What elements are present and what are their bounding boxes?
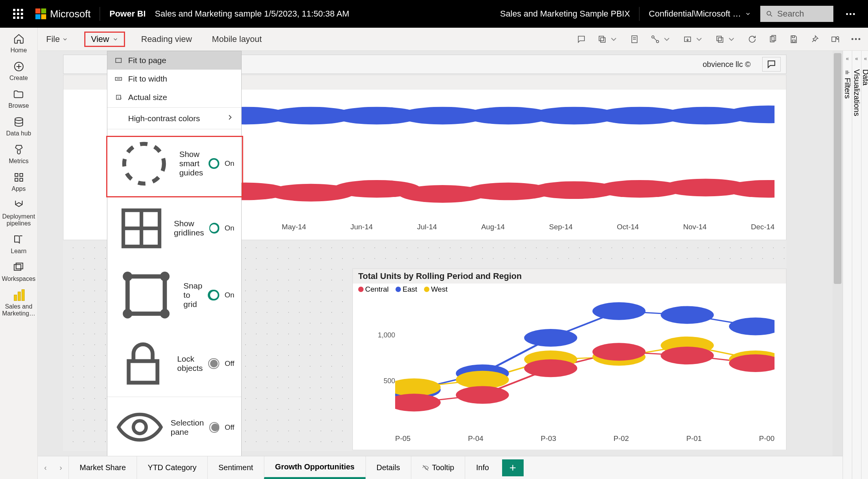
menu-reading-view[interactable]: Reading view (137, 32, 196, 47)
toggle-switch[interactable] (209, 158, 219, 169)
tab-tooltip[interactable]: Tooltip (411, 456, 465, 479)
ribbon-share-icon[interactable] (715, 35, 736, 44)
pane-visualizations[interactable]: « Visualizations (852, 51, 861, 479)
toggle-gridlines[interactable]: Show gridlines On (107, 197, 241, 259)
more-icon[interactable] (843, 13, 858, 15)
toggle-smart-guides[interactable]: Show smart guides On (107, 130, 241, 197)
svg-point-78 (125, 311, 130, 316)
nav-current-report[interactable]: Sales and Marketing… (0, 289, 37, 317)
nav-workspaces[interactable]: Workspaces (2, 262, 36, 282)
svg-rect-8 (15, 179, 18, 182)
svg-rect-10 (14, 265, 21, 270)
svg-point-76 (125, 274, 130, 279)
chart1-x-axis: Mar-14Apr-14May-14Jun-14Jul-14Aug-14Sep-… (148, 223, 775, 231)
expand-icon[interactable]: « (864, 55, 867, 62)
app-launcher-icon[interactable] (10, 6, 26, 22)
comment-button[interactable] (762, 57, 781, 72)
chevron-down-icon (112, 36, 119, 42)
microsoft-logo-icon (35, 8, 46, 19)
svg-rect-22 (770, 37, 774, 42)
sensitivity-dropdown[interactable]: Confidential\Microsoft … (649, 9, 751, 19)
nav-metrics[interactable]: Metrics (9, 144, 29, 165)
view-dropdown: Fit to page Fit to width 1:1 Actual size… (107, 51, 242, 456)
ribbon-comment-icon[interactable] (577, 35, 586, 44)
ribbon-lineage-icon[interactable] (651, 35, 671, 44)
tab-sentiment[interactable]: Sentiment (207, 456, 264, 479)
expand-icon[interactable]: « (846, 55, 849, 62)
tab-growth-opportunities[interactable]: Growth Opportunities (264, 456, 366, 479)
ribbon-copy-icon[interactable] (768, 35, 778, 44)
nav-pipelines[interactable]: Deployment pipelines (0, 199, 37, 227)
menu-high-contrast[interactable]: High-contrast colors (107, 108, 241, 128)
chart2-x-axis: P-05P-04P-03P-02P-01P-00 (395, 434, 775, 443)
tab-add[interactable]: + (502, 459, 524, 476)
ribbon-more-icon[interactable] (851, 38, 860, 40)
ribbon-file-icon[interactable] (630, 35, 639, 44)
svg-rect-12 (599, 36, 604, 41)
toggle-selection-pane[interactable]: Selection pane Off (107, 398, 241, 456)
chevron-down-icon (745, 11, 751, 17)
tab-next[interactable]: › (53, 463, 68, 472)
menu-mobile-layout[interactable]: Mobile layout (208, 32, 266, 47)
menu-fit-to-page[interactable]: Fit to page (107, 51, 241, 70)
breadcrumb-file[interactable]: Sales and Marketing Sample PBIX (500, 9, 630, 19)
svg-rect-21 (718, 38, 723, 42)
toggle-switch[interactable] (209, 422, 219, 433)
chart-total-units[interactable]: Total Units by Rolling Period and Region… (352, 269, 786, 450)
vertical-scrollbar[interactable] (833, 51, 843, 456)
menu-file[interactable]: File (42, 32, 72, 47)
menu-actual-size[interactable]: 1:1 Actual size (107, 88, 241, 107)
scrollbar-thumb[interactable] (834, 53, 841, 284)
svg-rect-6 (15, 174, 18, 177)
svg-point-51 (593, 302, 646, 320)
svg-point-60 (395, 394, 441, 411)
tab-ytd-category[interactable]: YTD Category (137, 456, 207, 479)
chart-title: Total Units by Rolling Period and Region (353, 269, 786, 284)
svg-rect-66 (116, 58, 122, 63)
filters-icon: ⊪ (845, 69, 850, 75)
tab-market-share[interactable]: Market Share (68, 456, 137, 479)
svg-point-71 (124, 144, 164, 184)
ribbon-explore-icon[interactable] (598, 35, 618, 44)
tab-details[interactable]: Details (366, 456, 411, 479)
toggle-switch[interactable] (208, 358, 219, 369)
nav-home[interactable]: Home (10, 33, 27, 54)
nav-create[interactable]: Create (9, 61, 28, 82)
toggle-switch[interactable] (208, 290, 219, 300)
search-input[interactable]: Search (760, 6, 833, 22)
chart2-y-axis: 1,000 500 (376, 300, 395, 427)
menu-view[interactable]: View (84, 32, 125, 47)
nav-browse[interactable]: Browse (8, 88, 29, 109)
ribbon-pin-icon[interactable] (810, 35, 819, 44)
ribbon-export-icon[interactable] (683, 35, 704, 44)
toggle-snap-to-grid[interactable]: Snap to grid On (107, 259, 241, 331)
pane-filters[interactable]: « ⊪ Filters (843, 51, 852, 479)
ribbon-save-icon[interactable] (789, 35, 798, 44)
svg-point-0 (767, 11, 771, 15)
svg-rect-20 (717, 36, 721, 41)
tab-prev[interactable]: ‹ (38, 463, 53, 472)
app-name: Power BI (109, 9, 145, 19)
svg-point-50 (524, 329, 577, 347)
ribbon-teams-icon[interactable] (831, 35, 840, 44)
page-tabs: ‹ › Market Share YTD Category Sentiment … (38, 456, 843, 479)
separator (100, 7, 100, 21)
svg-rect-25 (792, 36, 795, 38)
menu-fit-to-width[interactable]: Fit to width (107, 70, 241, 88)
pane-data[interactable]: « Data (861, 51, 868, 479)
tab-info[interactable]: Info (465, 456, 499, 479)
svg-point-55 (456, 371, 509, 389)
toggle-lock-objects[interactable]: Lock objects Off (107, 331, 241, 396)
ribbon-refresh-icon[interactable] (748, 35, 757, 44)
nav-learn[interactable]: Learn (11, 234, 27, 255)
svg-rect-7 (20, 174, 23, 177)
svg-point-52 (661, 306, 714, 324)
svg-point-61 (456, 386, 509, 404)
svg-point-62 (524, 359, 577, 377)
expand-icon[interactable]: « (855, 55, 858, 62)
nav-datahub[interactable]: Data hub (6, 116, 31, 137)
nav-apps[interactable]: Apps (12, 172, 25, 192)
chevron-down-icon (727, 35, 736, 44)
toggle-switch[interactable] (209, 223, 219, 234)
chevron-down-icon (662, 35, 671, 44)
